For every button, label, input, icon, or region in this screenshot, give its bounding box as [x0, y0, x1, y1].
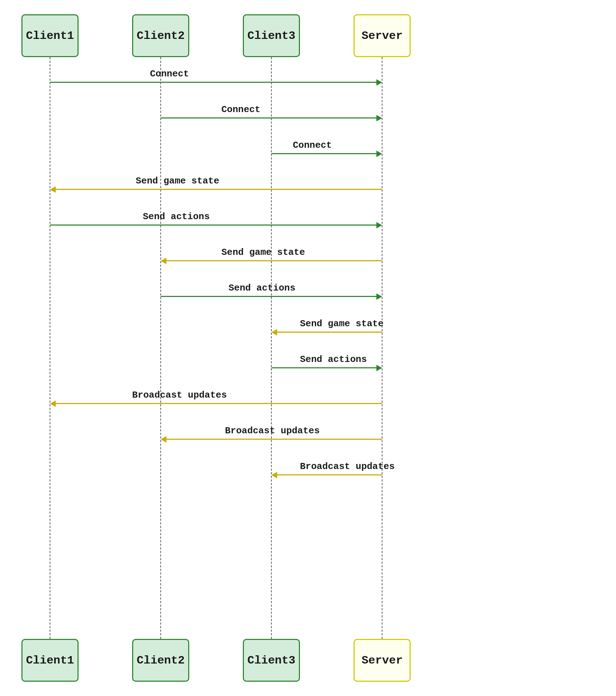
- actor-client3-bottom-label: Client3: [247, 654, 295, 667]
- msg-send-game-state-3-label: Send game state: [300, 318, 384, 329]
- msg-send-actions-1: [50, 222, 382, 228]
- actor-server-top: Server: [354, 14, 411, 57]
- msg-send-game-state-2-label: Send game state: [221, 247, 305, 258]
- msg-send-game-state-2: [161, 258, 382, 264]
- lifeline-client1: [50, 57, 50, 639]
- lifeline-client2: [160, 57, 161, 639]
- msg-send-game-state-1: [50, 186, 382, 193]
- msg-send-game-state-3: [271, 329, 382, 336]
- msg-broadcast-3-label: Broadcast updates: [300, 461, 395, 472]
- msg-send-actions-2: [161, 293, 382, 300]
- actor-client1-top-label: Client1: [26, 29, 74, 42]
- actor-client3-bottom: Client3: [243, 639, 300, 682]
- actor-client3-top: Client3: [243, 14, 300, 57]
- msg-broadcast-3: [271, 472, 382, 478]
- msg-connect-2: [161, 115, 382, 121]
- actor-client1-bottom-label: Client1: [26, 654, 74, 667]
- actor-client2-bottom-label: Client2: [137, 654, 185, 667]
- msg-broadcast-1-label: Broadcast updates: [132, 390, 227, 400]
- msg-broadcast-1: [50, 400, 382, 407]
- sequence-diagram: Client1 Client2 Client3 Server Client1 C…: [0, 0, 616, 696]
- msg-broadcast-2: [161, 436, 382, 443]
- msg-send-actions-2-label: Send actions: [229, 283, 295, 293]
- msg-connect-2-label: Connect: [221, 104, 260, 115]
- actor-client1-bottom: Client1: [21, 639, 79, 682]
- actor-server-bottom-label: Server: [361, 654, 402, 667]
- actor-client2-top: Client2: [132, 14, 189, 57]
- actor-client3-top-label: Client3: [247, 29, 295, 42]
- actor-server-top-label: Server: [361, 29, 402, 42]
- lifeline-server: [382, 57, 382, 639]
- msg-connect-1-label: Connect: [150, 69, 189, 79]
- msg-broadcast-2-label: Broadcast updates: [225, 425, 320, 436]
- lifeline-client3: [271, 57, 272, 639]
- msg-send-actions-3: [271, 365, 382, 371]
- msg-send-game-state-1-label: Send game state: [136, 176, 219, 186]
- msg-connect-3-label: Connect: [293, 140, 332, 151]
- actor-client2-top-label: Client2: [137, 29, 185, 42]
- msg-send-actions-1-label: Send actions: [143, 211, 210, 222]
- actor-client1-top: Client1: [21, 14, 79, 57]
- msg-connect-3: [271, 151, 382, 157]
- actor-client2-bottom: Client2: [132, 639, 189, 682]
- msg-send-actions-3-label: Send actions: [300, 354, 367, 365]
- actor-server-bottom: Server: [354, 639, 411, 682]
- msg-connect-1: [50, 79, 382, 86]
